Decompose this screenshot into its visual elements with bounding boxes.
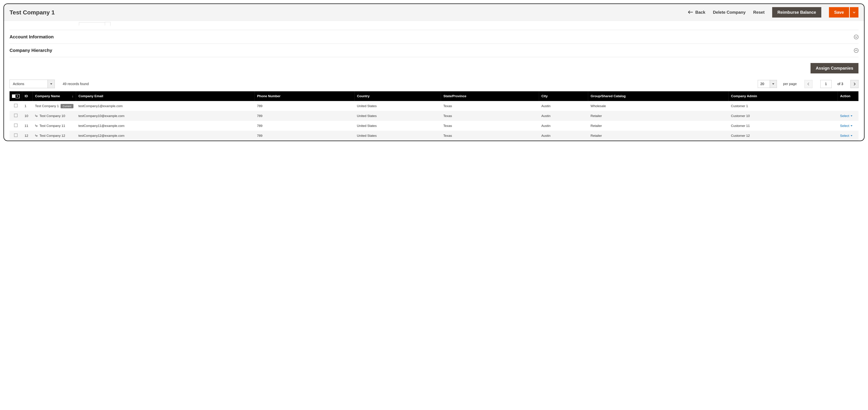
row-admin: Customer 12 — [728, 131, 838, 140]
current-badge: Current — [61, 104, 73, 108]
row-city: Austin — [539, 131, 588, 140]
row-action-select[interactable]: Select — [840, 134, 852, 138]
assign-companies-button[interactable]: Assign Companies — [810, 63, 859, 73]
row-action-label: Select — [840, 114, 849, 118]
pager-of-label: of 3 — [837, 82, 843, 86]
section-account-information[interactable]: Account Information — [9, 30, 859, 43]
col-state[interactable]: State/Province — [441, 91, 539, 101]
row-checkbox[interactable] — [14, 124, 18, 127]
col-country[interactable]: Country — [354, 91, 441, 101]
row-state: Texas — [441, 111, 539, 121]
row-group: Wholesale — [588, 101, 728, 111]
pager-prev-button[interactable] — [804, 80, 812, 88]
chevron-down-icon — [854, 35, 859, 39]
col-action[interactable]: Action — [838, 91, 859, 101]
row-company-name: Test Company 10 — [39, 114, 65, 118]
child-arrow-icon — [35, 134, 38, 137]
row-action-label: Select — [840, 124, 849, 128]
row-country: United States — [354, 111, 441, 121]
section-title-account: Account Information — [9, 34, 854, 39]
row-email: testCompany12@example.com — [76, 131, 255, 140]
partial-field-above — [79, 22, 105, 25]
row-action-select[interactable]: Select — [840, 124, 852, 128]
caret-down-icon — [850, 135, 852, 136]
row-admin: Customer 1 — [728, 101, 838, 111]
pager-next-button[interactable] — [850, 80, 859, 88]
reset-button[interactable]: Reset — [753, 10, 765, 15]
checkbox-icon — [12, 94, 16, 98]
col-id[interactable]: ID — [22, 91, 33, 101]
col-company-email[interactable]: Company Email — [76, 91, 255, 101]
table-row: 1Test Company 1CurrenttestCompany1@examp… — [9, 101, 859, 111]
page-title: Test Company 1 — [9, 9, 688, 16]
caret-down-icon — [850, 125, 852, 126]
col-group[interactable]: Group/Shared Catalog — [588, 91, 728, 101]
page-header: Test Company 1 Back Delete Company Reset… — [4, 4, 864, 21]
row-action-label: Select — [840, 134, 849, 138]
actions-select-toggle[interactable] — [48, 80, 55, 88]
col-phone[interactable]: Phone Number — [254, 91, 354, 101]
records-found-label: 49 records found — [63, 82, 89, 86]
row-country: United States — [354, 131, 441, 140]
actions-select[interactable]: Actions — [9, 80, 55, 88]
table-row: 12Test Company 12testCompany12@example.c… — [9, 131, 859, 140]
row-id: 11 — [22, 121, 33, 131]
page-size-select[interactable] — [758, 80, 777, 88]
row-id: 10 — [22, 111, 33, 121]
col-admin[interactable]: Company Admin — [728, 91, 838, 101]
back-label: Back — [695, 10, 705, 15]
col-company-name-label: Company Name — [35, 94, 60, 98]
page-size-input[interactable] — [758, 80, 770, 88]
row-checkbox[interactable] — [14, 133, 18, 137]
caret-down-icon — [772, 83, 774, 85]
caret-down-icon — [853, 10, 855, 14]
page-size-toggle[interactable] — [770, 80, 777, 88]
row-state: Texas — [441, 131, 539, 140]
select-all-control[interactable] — [12, 94, 20, 98]
caret-down-icon — [850, 116, 852, 117]
row-group: Retailer — [588, 131, 728, 140]
pager-current-input[interactable] — [820, 80, 832, 88]
caret-down-icon — [17, 96, 18, 97]
row-state: Texas — [441, 121, 539, 131]
row-phone: 789 — [254, 111, 354, 121]
section-title-hierarchy: Company Hierarchy — [9, 48, 854, 53]
row-city: Austin — [539, 111, 588, 121]
row-checkbox[interactable] — [14, 104, 18, 107]
save-button[interactable]: Save — [829, 7, 849, 18]
save-split-button: Save — [829, 7, 859, 18]
col-company-name[interactable]: Company Name↓ — [33, 91, 76, 101]
row-company-name: Test Company 11 — [39, 124, 65, 128]
chevron-left-icon — [807, 83, 810, 85]
per-page-label: per page — [783, 82, 797, 86]
row-action-select[interactable]: Select — [840, 114, 852, 118]
caret-down-icon — [50, 83, 52, 85]
header-actions: Back Delete Company Reset Reimburse Bala… — [688, 7, 859, 18]
row-checkbox[interactable] — [14, 114, 18, 117]
row-email: testCompany10@example.com — [76, 111, 255, 121]
row-email: testCompany11@example.com — [76, 121, 255, 131]
chevron-up-icon — [854, 48, 859, 53]
section-company-hierarchy[interactable]: Company Hierarchy — [9, 43, 859, 57]
save-dropdown-toggle[interactable] — [850, 7, 859, 18]
company-hierarchy-grid: ID Company Name↓ Company Email Phone Num… — [9, 91, 859, 140]
delete-company-button[interactable]: Delete Company — [713, 10, 746, 15]
reimburse-balance-button[interactable]: Reimburse Balance — [772, 7, 821, 18]
row-admin: Customer 11 — [728, 121, 838, 131]
arrow-left-icon — [688, 10, 693, 15]
row-company-name: Test Company 12 — [39, 134, 65, 137]
row-group: Retailer — [588, 121, 728, 131]
row-group: Retailer — [588, 111, 728, 121]
row-country: United States — [354, 121, 441, 131]
grid-toolbar: Actions 49 records found per page of 3 — [9, 78, 859, 91]
col-city[interactable]: City — [539, 91, 588, 101]
table-row: 11Test Company 11testCompany11@example.c… — [9, 121, 859, 131]
select-all-dropdown[interactable] — [16, 94, 20, 98]
row-phone: 789 — [254, 131, 354, 140]
child-arrow-icon — [35, 124, 38, 127]
row-id: 12 — [22, 131, 33, 140]
back-button[interactable]: Back — [688, 10, 705, 15]
row-state: Texas — [441, 101, 539, 111]
row-phone: 789 — [254, 121, 354, 131]
actions-select-label: Actions — [9, 80, 48, 88]
